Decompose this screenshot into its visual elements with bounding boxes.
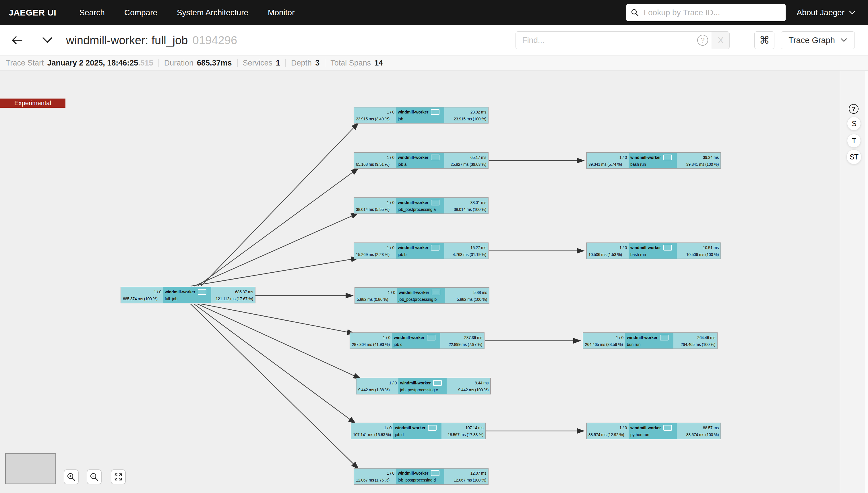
mode-button-time[interactable]: T xyxy=(847,134,861,148)
duration-value: 685.37ms xyxy=(197,59,232,67)
span-node-job[interactable]: 1 / 023.915 ms (3.49 %)windmill-workerjo… xyxy=(353,107,488,124)
node-identity: windmill-workerpython run xyxy=(629,423,677,439)
node-identity: windmill-workerbash run xyxy=(629,243,677,259)
span-duration: 38.01 ms xyxy=(446,199,486,206)
app-brand[interactable]: JAEGER UI xyxy=(0,8,69,18)
service-color-swatch xyxy=(431,245,439,251)
back-button[interactable] xyxy=(10,35,23,45)
span-total-time: 23.915 ms (3.49 %) xyxy=(356,115,394,122)
span-self-time: 9.442 ms (100 %) xyxy=(448,386,488,393)
span-node-job-a[interactable]: 1 / 065.168 ms (9.51 %)windmill-workerjo… xyxy=(353,152,488,169)
reset-zoom-button[interactable] xyxy=(111,469,126,485)
span-node-bash-run[interactable]: 1 / 039.341 ms (5.74 %)windmill-workerba… xyxy=(586,152,721,169)
mode-button-service[interactable]: S xyxy=(847,116,861,130)
service-name: windmill-worker xyxy=(399,289,429,296)
span-node-job-postprocessing-c[interactable]: 1 / 09.442 ms (1.38 %)windmill-workerjob… xyxy=(356,378,491,394)
nav-item-search[interactable]: Search xyxy=(69,8,115,17)
operation-name: job c xyxy=(394,341,439,348)
span-node-job-b[interactable]: 1 / 015.269 ms (2.23 %)windmill-workerjo… xyxy=(353,242,488,259)
service-color-swatch xyxy=(432,290,440,295)
divider xyxy=(237,59,238,67)
service-color-swatch xyxy=(431,109,439,115)
trace-start-value: January 2 2025, 18:46:25 xyxy=(47,59,138,67)
operation-name: job xyxy=(398,115,442,122)
span-duration: 23.92 ms xyxy=(446,109,486,115)
span-self-time: 38.014 ms (100 %) xyxy=(446,206,486,213)
chevron-down-icon xyxy=(42,37,53,44)
operation-name: job_postprocessing b xyxy=(399,296,443,303)
span-count: 1 / 0 xyxy=(358,380,397,386)
nav-item-monitor[interactable]: Monitor xyxy=(258,8,304,17)
span-node-job-d[interactable]: 1 / 0107.141 ms (15.63 %)windmill-worker… xyxy=(351,423,486,439)
zoom-in-button[interactable] xyxy=(64,469,79,485)
node-identity: windmill-workerbash run xyxy=(629,153,677,168)
node-stats-left: 1 / 09.442 ms (1.38 %) xyxy=(357,378,398,394)
graph-minimap[interactable] xyxy=(5,453,56,484)
operation-name: full_job xyxy=(165,295,209,302)
scrollbar-track[interactable] xyxy=(865,71,868,493)
zoom-out-button[interactable] xyxy=(87,469,101,485)
operation-name: python run xyxy=(630,431,675,438)
trace-view-selector[interactable]: Trace Graph xyxy=(781,31,855,49)
nav-item-system-architecture[interactable]: System Architecture xyxy=(167,8,258,17)
service-name: windmill-worker xyxy=(400,380,431,386)
node-stats-right: 15.27 ms4.763 ms (31.19 %) xyxy=(444,243,488,259)
span-self-time: 10.506 ms (100 %) xyxy=(679,251,719,258)
command-icon: ⌘ xyxy=(759,34,770,46)
expand-arrows-icon xyxy=(114,472,123,481)
span-node-job-postprocessing-a[interactable]: 1 / 038.014 ms (5.55 %)windmill-workerjo… xyxy=(353,197,488,214)
service-name: windmill-worker xyxy=(398,470,429,477)
node-identity: windmill-workerbun run xyxy=(625,333,673,348)
about-jaeger-menu[interactable]: About Jaeger xyxy=(797,8,855,17)
span-count: 1 / 0 xyxy=(585,334,623,341)
help-icon[interactable]: ? xyxy=(849,104,859,114)
span-total-time: 5.882 ms (0.86 %) xyxy=(357,296,395,303)
span-count: 1 / 0 xyxy=(356,109,394,115)
keyboard-shortcuts-button[interactable]: ⌘ xyxy=(754,31,774,49)
mode-button-selftime[interactable]: ST xyxy=(846,149,861,164)
operation-name: job b xyxy=(398,251,442,258)
node-stats-left: 1 / 012.067 ms (1.76 %) xyxy=(354,469,396,484)
span-count: 1 / 0 xyxy=(589,154,627,161)
span-total-time: 65.168 ms (9.51 %) xyxy=(356,161,394,168)
service-color-swatch xyxy=(431,200,439,206)
trace-collapse-toggle[interactable] xyxy=(42,37,53,44)
find-input[interactable] xyxy=(516,31,694,49)
span-node-bun-run[interactable]: 1 / 0264.465 ms (38.59 %)windmill-worker… xyxy=(583,333,717,349)
span-node-job-postprocessing-d[interactable]: 1 / 012.067 ms (1.76 %)windmill-workerjo… xyxy=(353,468,488,485)
nodes-layer: 1 / 0685.374 ms (100 %)windmill-workerfu… xyxy=(0,71,868,493)
node-identity: windmill-workerjob_postprocessing b xyxy=(397,288,445,303)
span-node-job-postprocessing-b[interactable]: 1 / 05.882 ms (0.86 %)windmill-workerjob… xyxy=(355,287,489,304)
node-stats-left: 1 / 0107.141 ms (15.63 %) xyxy=(351,423,393,439)
span-count: 1 / 0 xyxy=(356,199,394,206)
span-duration: 685.37 ms xyxy=(213,288,253,295)
span-count: 1 / 0 xyxy=(589,424,627,431)
trace-graph-canvas[interactable]: 1 / 0685.374 ms (100 %)windmill-workerfu… xyxy=(0,71,868,493)
trace-start-fraction: .515 xyxy=(138,59,153,67)
node-stats-right: 23.92 ms23.915 ms (100 %) xyxy=(444,107,488,123)
span-node-bash-run[interactable]: 1 / 010.506 ms (1.53 %)windmill-workerba… xyxy=(586,242,721,259)
span-node-python-run[interactable]: 1 / 088.574 ms (12.92 %)windmill-workerp… xyxy=(586,423,721,439)
span-count: 1 / 0 xyxy=(353,424,391,431)
span-node-job-c[interactable]: 1 / 0287.364 ms (41.93 %)windmill-worker… xyxy=(350,333,484,349)
total-spans-label: Total Spans xyxy=(330,59,371,67)
span-node-full-job[interactable]: 1 / 0685.374 ms (100 %)windmill-workerfu… xyxy=(120,287,255,303)
zoom-in-icon xyxy=(67,472,76,481)
node-stats-left: 1 / 015.269 ms (2.23 %) xyxy=(354,243,396,259)
node-identity: windmill-workerjob xyxy=(396,107,444,123)
node-identity: windmill-workerfull_job xyxy=(163,287,211,303)
trace-id-lookup-input[interactable] xyxy=(643,8,781,18)
find-clear-button[interactable]: X xyxy=(712,31,729,49)
trace-id-lookup xyxy=(626,4,785,21)
find-help-button[interactable]: ? xyxy=(694,31,712,49)
depth-label: Depth xyxy=(291,59,312,67)
service-name: windmill-worker xyxy=(398,154,429,161)
node-stats-right: 287.36 ms22.899 ms (7.97 %) xyxy=(440,333,484,348)
services-value: 1 xyxy=(276,59,280,67)
span-self-time: 4.763 ms (31.19 %) xyxy=(446,251,486,258)
span-count: 1 / 0 xyxy=(356,470,394,477)
span-duration: 9.44 ms xyxy=(448,380,488,386)
arrow-left-icon xyxy=(10,35,23,45)
node-stats-right: 39.34 ms39.341 ms (100 %) xyxy=(677,153,721,168)
nav-item-compare[interactable]: Compare xyxy=(115,8,167,17)
